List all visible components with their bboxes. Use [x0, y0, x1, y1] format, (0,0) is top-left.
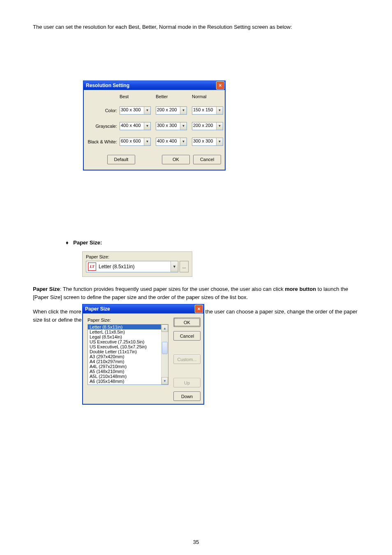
chevron-down-icon[interactable]: ▼	[180, 122, 187, 130]
chevron-down-icon[interactable]: ▼	[144, 122, 150, 130]
list-item[interactable]: US ExecutiveL (10.5x7.25in)	[88, 344, 161, 349]
custom-button[interactable]: Custom...	[173, 355, 201, 364]
color-best-dropdown[interactable]: 300 x 300▼	[120, 106, 151, 115]
ok-button[interactable]: OK	[173, 318, 201, 327]
color-normal-dropdown[interactable]: 150 x 150▼	[192, 106, 223, 115]
grayscale-better-dropdown[interactable]: 300 x 300▼	[156, 122, 187, 130]
cancel-button[interactable]: Cancel	[193, 155, 221, 164]
chevron-down-icon[interactable]: ▼	[144, 107, 150, 114]
list-item[interactable]: US Executive (7.25x10.5in)	[88, 339, 161, 344]
chevron-down-icon[interactable]: ▼	[180, 138, 187, 145]
cancel-button[interactable]: Cancel	[173, 331, 201, 341]
titlebar[interactable]: Paper Size ×	[83, 304, 204, 313]
column-normal-header: Normal	[192, 94, 228, 99]
paper-size-bullet: ♦ Paper Size:	[66, 239, 359, 247]
row-color-label: Color:	[87, 108, 120, 113]
titlebar[interactable]: Resolution Setting ×	[83, 81, 225, 90]
scroll-thumb[interactable]	[162, 342, 168, 354]
chevron-down-icon[interactable]: ▼	[171, 261, 178, 272]
paper-size-listbox-label: Paper Size:	[88, 318, 168, 322]
chevron-down-icon[interactable]: ▼	[216, 138, 223, 145]
up-button[interactable]: Up	[173, 378, 201, 387]
scroll-up-icon[interactable]: ▲	[161, 325, 168, 332]
scroll-down-icon[interactable]: ▼	[161, 377, 168, 385]
list-item[interactable]: A5L (210x148mm)	[88, 374, 161, 379]
paper-size-inline-label: Paper Size:	[86, 254, 189, 259]
chevron-down-icon[interactable]: ▼	[216, 122, 223, 130]
list-item[interactable]: A5 (148x210mm)	[88, 369, 161, 374]
grayscale-best-dropdown[interactable]: 400 x 400▼	[120, 122, 151, 130]
scrollbar[interactable]: ▲ ▼	[161, 325, 168, 385]
paper-size-combo[interactable]: LT Letter (8.5x11in) ▼	[86, 261, 178, 272]
row-grayscale-label: Grayscale:	[87, 124, 120, 129]
chevron-down-icon[interactable]: ▼	[180, 107, 187, 114]
down-button[interactable]: Down	[173, 391, 201, 401]
close-icon[interactable]: ×	[216, 81, 224, 90]
paper-size-more-button[interactable]: ...	[180, 261, 189, 272]
default-button[interactable]: Default	[107, 155, 135, 164]
paper-size-listbox[interactable]: Letter (8.5x11in)LetterL (11x8.5in)Legal…	[88, 324, 168, 385]
intro-paragraph: The user can set the resolution for each…	[33, 23, 359, 31]
paper-size-description: Paper Size: The function provides freque…	[33, 285, 359, 301]
ok-button[interactable]: OK	[162, 155, 190, 164]
list-item[interactable]: A4L (297x210mm)	[88, 364, 161, 369]
bw-better-dropdown[interactable]: 400 x 400▼	[156, 138, 187, 146]
dialog-title: Paper Size	[85, 306, 110, 312]
list-item[interactable]: LetterL (11x8.5in)	[88, 329, 161, 334]
list-item[interactable]: Double Letter (11x17in)	[88, 349, 161, 354]
color-better-dropdown[interactable]: 200 x 200▼	[156, 106, 187, 115]
paper-size-heading: Paper Size:	[73, 240, 102, 246]
list-item[interactable]: Letter (8.5x11in)	[88, 325, 161, 329]
list-item[interactable]: A6L (148x105mm)	[88, 384, 161, 385]
paper-size-combo-value: Letter (8.5x11in)	[99, 264, 171, 269]
page-number: 35	[0, 539, 392, 545]
bw-best-dropdown[interactable]: 600 x 600▼	[120, 138, 151, 146]
list-item[interactable]: Legal (8.5x14in)	[88, 334, 161, 339]
chevron-down-icon[interactable]: ▼	[216, 107, 223, 114]
resolution-setting-dialog: Resolution Setting × Best Better Normal …	[83, 81, 226, 170]
paper-size-inline-panel: Paper Size: LT Letter (8.5x11in) ▼ ...	[82, 251, 192, 277]
grayscale-normal-dropdown[interactable]: 200 x 200▼	[192, 122, 223, 130]
list-item[interactable]: A3 (297x420mm)	[88, 354, 161, 359]
bw-normal-dropdown[interactable]: 300 x 300▼	[192, 138, 223, 146]
list-item[interactable]: A6 (105x148mm)	[88, 379, 161, 384]
dialog-title: Resolution Setting	[86, 83, 129, 88]
close-icon[interactable]: ×	[195, 305, 203, 313]
row-bw-label: Black & White:	[87, 139, 120, 144]
column-best-header: Best	[120, 94, 156, 99]
diamond-icon: ♦	[66, 240, 69, 246]
paper-size-dialog: Paper Size × Paper Size: Letter (8.5x11i…	[82, 304, 204, 405]
list-item[interactable]: A4 (210x297mm)	[88, 359, 161, 364]
chevron-down-icon[interactable]: ▼	[144, 138, 150, 145]
column-better-header: Better	[156, 94, 192, 99]
letter-icon: LT	[88, 263, 96, 271]
